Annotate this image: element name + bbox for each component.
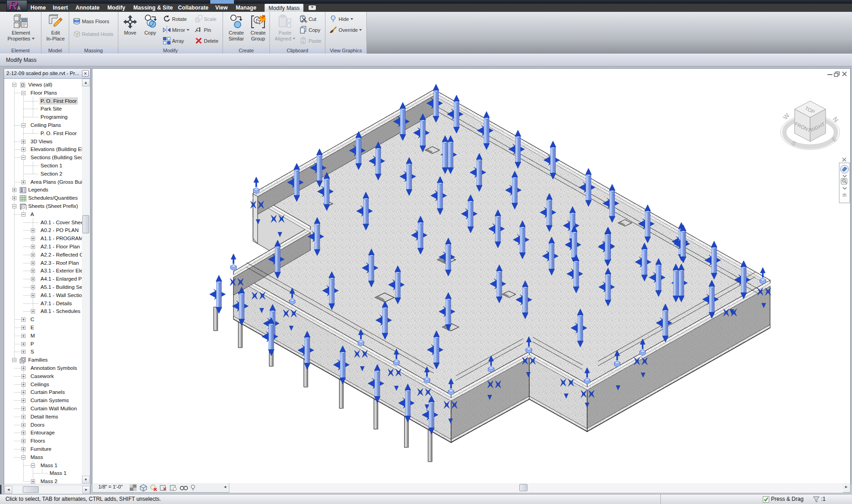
svg-text:W: W: [781, 111, 791, 121]
svg-text:N: N: [832, 116, 840, 124]
